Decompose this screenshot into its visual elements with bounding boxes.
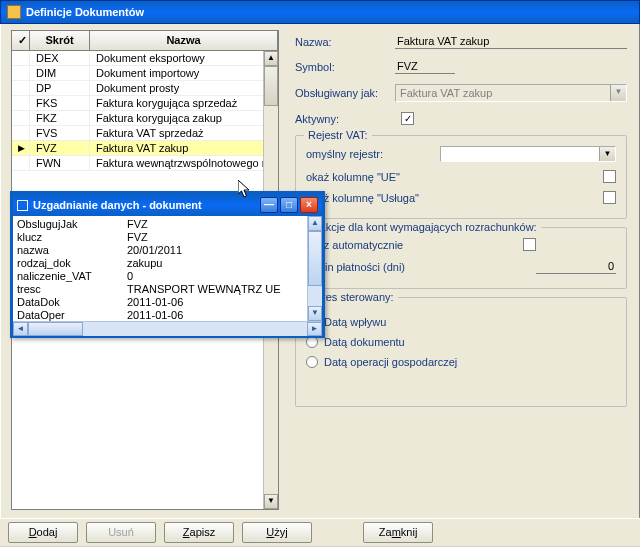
scroll-thumb[interactable] xyxy=(28,322,83,336)
kv-key: rodzaj_dok xyxy=(17,257,127,270)
okres-group: Okres sterowany: Datą wpływu Datą dokume… xyxy=(295,297,627,407)
row-skrot: FKZ xyxy=(30,111,90,125)
float-window: Uzgadnianie danych - dokument — □ × Obsl… xyxy=(10,191,325,338)
scroll-down-icon[interactable]: ▼ xyxy=(308,306,322,321)
row-skrot: FKS xyxy=(30,96,90,110)
row-nazwa: Faktura wewnątrzwspólnotowego na xyxy=(90,156,278,170)
radio-data-wplywu[interactable]: Datą wpływu xyxy=(306,316,616,328)
table-row[interactable]: FKZFaktura korygująca zakup xyxy=(12,111,278,126)
symbol-value[interactable]: FVZ xyxy=(395,59,455,74)
obslugiwany-label: Obsługiwany jak: xyxy=(295,87,395,99)
kv-value: 2011-01-06 xyxy=(127,309,303,321)
row-marker xyxy=(12,66,30,80)
table-row[interactable]: DEXDokument eksportowy xyxy=(12,51,278,66)
list-item[interactable]: trescTRANSPORT WEWNĄTRZ UE xyxy=(17,283,303,296)
kolumna-usluga-checkbox[interactable] xyxy=(603,191,616,204)
row-marker xyxy=(12,156,30,170)
chevron-down-icon[interactable]: ▼ xyxy=(599,147,615,161)
obslugiwany-combo-text: Faktura VAT zakup xyxy=(396,85,610,101)
obslugiwany-combo[interactable]: Faktura VAT zakup ▼ xyxy=(395,84,627,102)
row-nazwa: Faktura korygująca sprzedaż xyxy=(90,96,278,110)
table-row[interactable]: FWNFaktura wewnątrzwspólnotowego na xyxy=(12,156,278,171)
float-vscrollbar[interactable]: ▲ ▼ xyxy=(307,216,322,321)
float-icon xyxy=(17,200,28,211)
uzyj-button[interactable]: Użyj xyxy=(242,522,312,543)
table-row[interactable]: ▶FVZFaktura VAT zakup xyxy=(12,141,278,156)
transakcje-title: nsakcje dla kont wymagających rozrachunk… xyxy=(304,221,541,233)
kolumna-ue-checkbox[interactable] xyxy=(603,170,616,183)
row-marker xyxy=(12,111,30,125)
domyslny-rejestr-label: omyślny rejestr: xyxy=(306,148,440,160)
minimize-button[interactable]: — xyxy=(260,197,278,213)
kv-key: ObslugujJak xyxy=(17,218,127,231)
table-row[interactable]: DIMDokument importowy xyxy=(12,66,278,81)
grid-header-mark[interactable]: ✓ xyxy=(12,31,30,50)
kv-key: klucz xyxy=(17,231,127,244)
termin-label: ermin płatności (dni) xyxy=(306,261,536,273)
scroll-up-icon[interactable]: ▲ xyxy=(308,216,322,231)
main-title: Definicje Dokumentów xyxy=(26,6,144,18)
table-row[interactable]: FVSFaktura VAT sprzedaż xyxy=(12,126,278,141)
float-titlebar[interactable]: Uzgadnianie danych - dokument — □ × xyxy=(13,194,322,216)
scroll-thumb[interactable] xyxy=(264,66,278,106)
list-item[interactable]: DataDok2011-01-06 xyxy=(17,296,303,309)
list-item[interactable]: naliczenie_VAT0 xyxy=(17,270,303,283)
right-panel: Nazwa: Faktura VAT zakup Symbol: FVZ Obs… xyxy=(285,24,639,518)
usun-button: Usuń xyxy=(86,522,156,543)
list-item[interactable]: ObslugujJakFVZ xyxy=(17,218,303,231)
domyslny-rejestr-combo[interactable]: ▼ xyxy=(440,146,616,162)
row-nazwa: Faktura VAT zakup xyxy=(90,141,278,155)
row-nazwa: Faktura korygująca zakup xyxy=(90,111,278,125)
kv-value: zakupu xyxy=(127,257,303,270)
list-item[interactable]: DataOper2011-01-06 xyxy=(17,309,303,321)
close-button[interactable]: × xyxy=(300,197,318,213)
kv-value: 0 xyxy=(127,270,303,283)
kv-key: DataOper xyxy=(17,309,127,321)
nazwa-label: Nazwa: xyxy=(295,36,395,48)
radio-opt3-label: Datą operacji gospodarczej xyxy=(324,356,457,368)
bottom-bar: Dodaj Usuń Zapisz Użyj Zamknij xyxy=(0,518,640,546)
zapisz-button[interactable]: Zapisz xyxy=(164,522,234,543)
float-hscrollbar[interactable]: ◄ ► xyxy=(13,321,322,336)
zamknij-button[interactable]: Zamknij xyxy=(363,522,433,543)
float-title: Uzgadnianie danych - dokument xyxy=(33,199,202,211)
termin-input[interactable] xyxy=(536,259,616,274)
scroll-thumb[interactable] xyxy=(308,231,322,286)
kv-value: FVZ xyxy=(127,231,303,244)
aktywny-checkbox[interactable]: ✓ xyxy=(401,112,414,125)
maximize-button[interactable]: □ xyxy=(280,197,298,213)
radio-data-dokumentu[interactable]: Datą dokumentu xyxy=(306,336,616,348)
scroll-left-icon[interactable]: ◄ xyxy=(13,322,28,336)
row-skrot: DIM xyxy=(30,66,90,80)
nazwa-value[interactable]: Faktura VAT zakup xyxy=(395,34,627,49)
table-row[interactable]: DPDokument prosty xyxy=(12,81,278,96)
radio-opt1-label: Datą wpływu xyxy=(324,316,386,328)
scroll-up-icon[interactable]: ▲ xyxy=(264,51,278,66)
list-item[interactable]: rodzaj_dokzakupu xyxy=(17,257,303,270)
row-marker xyxy=(12,126,30,140)
row-marker xyxy=(12,51,30,65)
float-content[interactable]: ObslugujJakFVZkluczFVZnazwa20/01/2011rod… xyxy=(13,216,307,321)
row-marker xyxy=(12,96,30,110)
scroll-right-icon[interactable]: ► xyxy=(307,322,322,336)
row-skrot: FVS xyxy=(30,126,90,140)
list-item[interactable]: kluczFVZ xyxy=(17,231,303,244)
rejestr-vat-title: Rejestr VAT: xyxy=(304,129,372,141)
scroll-down-icon[interactable]: ▼ xyxy=(264,494,278,509)
row-skrot: DEX xyxy=(30,51,90,65)
dodaj-button[interactable]: Dodaj xyxy=(8,522,78,543)
tworz-auto-label: wórz automatycznie xyxy=(306,239,517,251)
radio-opt2-label: Datą dokumentu xyxy=(324,336,405,348)
grid-header: ✓ Skrót Nazwa xyxy=(12,31,278,51)
tworz-auto-checkbox[interactable] xyxy=(523,238,536,251)
grid-header-nazwa[interactable]: Nazwa xyxy=(90,31,278,50)
radio-data-operacji[interactable]: Datą operacji gospodarczej xyxy=(306,356,616,368)
row-marker xyxy=(12,81,30,95)
kv-key: nazwa xyxy=(17,244,127,257)
table-row[interactable]: FKSFaktura korygująca sprzedaż xyxy=(12,96,278,111)
chevron-down-icon[interactable]: ▼ xyxy=(610,85,626,101)
grid-header-skrot[interactable]: Skrót xyxy=(30,31,90,50)
list-item[interactable]: nazwa20/01/2011 xyxy=(17,244,303,257)
kolumna-ue-label: okaż kolumnę "UE" xyxy=(306,171,597,183)
row-skrot: DP xyxy=(30,81,90,95)
